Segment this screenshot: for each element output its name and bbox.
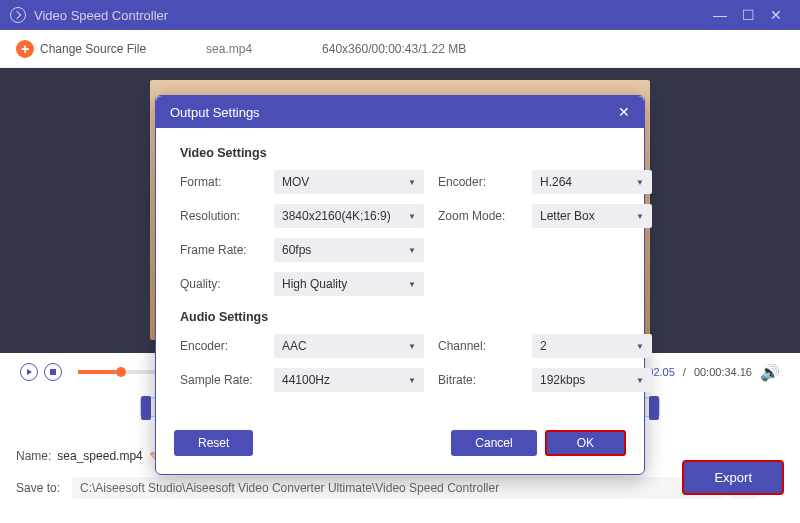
close-window-button[interactable]: ✕ — [762, 1, 790, 29]
samplerate-value: 44100Hz — [282, 373, 330, 387]
plus-icon: + — [16, 40, 34, 58]
audio-encoder-dropdown[interactable]: AAC▼ — [274, 334, 424, 358]
saveto-label: Save to: — [16, 481, 60, 495]
resolution-dropdown[interactable]: 3840x2160(4K;16:9)▼ — [274, 204, 424, 228]
reset-button[interactable]: Reset — [174, 430, 253, 456]
quality-label: Quality: — [180, 277, 260, 291]
dialog-close-icon[interactable]: ✕ — [618, 104, 630, 120]
play-icon — [27, 369, 32, 375]
format-value: MOV — [282, 175, 309, 189]
encoder-label: Encoder: — [438, 175, 518, 189]
audio-settings-heading: Audio Settings — [180, 310, 620, 324]
samplerate-label: Sample Rate: — [180, 373, 260, 387]
format-label: Format: — [180, 175, 260, 189]
zoom-label: Zoom Mode: — [438, 209, 518, 223]
framerate-dropdown[interactable]: 60fps▼ — [274, 238, 424, 262]
app-title: Video Speed Controller — [34, 8, 168, 23]
audio-encoder-value: AAC — [282, 339, 307, 353]
framerate-value: 60fps — [282, 243, 311, 257]
framerate-label: Frame Rate: — [180, 243, 260, 257]
chevron-down-icon: ▼ — [408, 212, 416, 221]
time-sep: / — [683, 366, 686, 378]
video-encoder-dropdown[interactable]: H.264▼ — [532, 170, 652, 194]
channel-label: Channel: — [438, 339, 518, 353]
video-encoder-value: H.264 — [540, 175, 572, 189]
ok-button[interactable]: OK — [545, 430, 626, 456]
quality-value: High Quality — [282, 277, 347, 291]
minimize-button[interactable]: ― — [706, 1, 734, 29]
seek-fill — [78, 370, 116, 374]
change-source-label: Change Source File — [40, 42, 146, 56]
chevron-down-icon: ▼ — [408, 342, 416, 351]
bitrate-value: 192kbps — [540, 373, 585, 387]
titlebar: Video Speed Controller ― ☐ ✕ — [0, 0, 800, 30]
zoom-dropdown[interactable]: Letter Box▼ — [532, 204, 652, 228]
file-bar: + Change Source File sea.mp4 640x360/00:… — [0, 30, 800, 68]
chevron-down-icon: ▼ — [408, 178, 416, 187]
audio-encoder-label: Encoder: — [180, 339, 260, 353]
bitrate-dropdown[interactable]: 192kbps▼ — [532, 368, 652, 392]
resolution-value: 3840x2160(4K;16:9) — [282, 209, 391, 223]
total-time: 00:00:34.16 — [694, 366, 752, 378]
dialog-title: Output Settings — [170, 105, 260, 120]
video-settings-heading: Video Settings — [180, 146, 620, 160]
samplerate-dropdown[interactable]: 44100Hz▼ — [274, 368, 424, 392]
chevron-down-icon: ▼ — [636, 342, 644, 351]
source-fileinfo: 640x360/00:00:43/1.22 MB — [322, 42, 466, 56]
change-source-file-button[interactable]: + Change Source File — [16, 40, 146, 58]
resolution-label: Resolution: — [180, 209, 260, 223]
stop-icon — [50, 369, 56, 375]
output-settings-dialog: Output Settings ✕ Video Settings Format:… — [155, 95, 645, 475]
chevron-down-icon: ▼ — [408, 246, 416, 255]
bitrate-label: Bitrate: — [438, 373, 518, 387]
volume-icon[interactable]: 🔊 — [760, 363, 780, 382]
chevron-down-icon: ▼ — [636, 178, 644, 187]
chevron-down-icon: ▼ — [408, 280, 416, 289]
export-button[interactable]: Export — [682, 460, 784, 495]
zoom-value: Letter Box — [540, 209, 595, 223]
quality-dropdown[interactable]: High Quality▼ — [274, 272, 424, 296]
trim-start-handle[interactable] — [141, 396, 151, 420]
app-logo-icon — [10, 7, 26, 23]
channel-value: 2 — [540, 339, 547, 353]
output-name: sea_speed.mp4 — [57, 449, 142, 463]
format-dropdown[interactable]: MOV▼ — [274, 170, 424, 194]
name-label: Name: — [16, 449, 51, 463]
chevron-down-icon: ▼ — [408, 376, 416, 385]
trim-end-handle[interactable] — [649, 396, 659, 420]
channel-dropdown[interactable]: 2▼ — [532, 334, 652, 358]
maximize-button[interactable]: ☐ — [734, 1, 762, 29]
saveto-path: C:\Aiseesoft Studio\Aiseesoft Video Conv… — [72, 477, 723, 499]
dialog-header: Output Settings ✕ — [156, 96, 644, 128]
chevron-down-icon: ▼ — [636, 376, 644, 385]
stop-button[interactable] — [44, 363, 62, 381]
chevron-down-icon: ▼ — [636, 212, 644, 221]
play-button[interactable] — [20, 363, 38, 381]
seek-thumb[interactable] — [116, 367, 126, 377]
cancel-button[interactable]: Cancel — [451, 430, 536, 456]
source-filename: sea.mp4 — [206, 42, 252, 56]
